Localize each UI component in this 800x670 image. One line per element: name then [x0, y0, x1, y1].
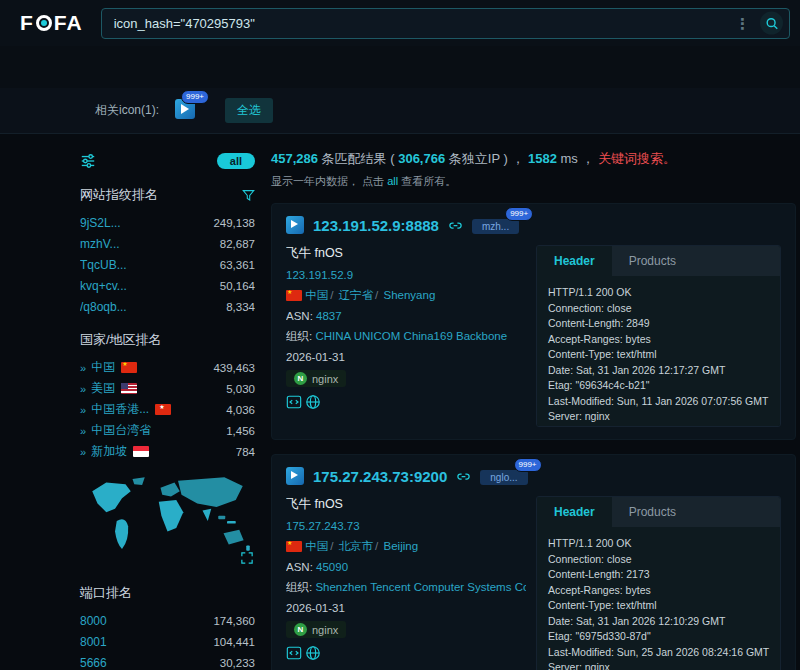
asn-link[interactable]: 45090: [316, 561, 348, 573]
geo-region[interactable]: 辽宁省: [339, 289, 374, 301]
http-header-line: Content-Type: text/html: [548, 347, 769, 363]
geo-city[interactable]: Beijing: [384, 540, 419, 552]
fingerprint-row[interactable]: /q8oqb... 8,334: [80, 296, 255, 317]
link-icon[interactable]: [456, 469, 471, 484]
geo-country[interactable]: 中国: [305, 540, 328, 552]
org-line: 组织: CHINA UNICOM China169 Backbone: [286, 329, 526, 344]
country-name[interactable]: 中国: [91, 359, 115, 376]
quick-actions: [286, 394, 526, 412]
fingerprint-row[interactable]: TqcUB... 63,361: [80, 254, 255, 275]
icon-name-badge[interactable]: nglo...: [480, 470, 527, 485]
link-icon[interactable]: [448, 218, 463, 233]
icon-name-badge[interactable]: mzh...: [472, 219, 519, 234]
port-name[interactable]: 8000: [80, 614, 107, 628]
expand-chevron-icon[interactable]: [80, 445, 91, 459]
site-favicon-icon[interactable]: [286, 467, 304, 485]
country-row[interactable]: 美国 5,030: [80, 378, 255, 399]
country-name[interactable]: 新加坡: [91, 443, 127, 460]
api-icon[interactable]: [286, 645, 302, 661]
fingerprint-row[interactable]: kvq+cv... 50,164: [80, 275, 255, 296]
tab-header[interactable]: Header: [537, 246, 612, 276]
kebab-menu-icon[interactable]: [735, 16, 750, 31]
fingerprint-row[interactable]: 9jS2L... 249,138: [80, 212, 255, 233]
fingerprint-name[interactable]: kvq+cv...: [80, 279, 127, 293]
port-name[interactable]: 5666: [80, 656, 107, 670]
http-header-line: Content-Length: 2849: [548, 316, 769, 332]
fingerprint-name[interactable]: TqcUB...: [80, 258, 127, 272]
last-update-date: 2026-01-31: [286, 602, 526, 614]
country-row[interactable]: 中国台湾省 1,456: [80, 420, 255, 441]
country-name[interactable]: 中国香港...: [91, 401, 149, 418]
org-link[interactable]: CHINA UNICOM China169 Backbone: [315, 330, 507, 342]
result-details: 飞牛 fnOS 175.27.243.73 中国 北京市 Beijing ASN…: [286, 496, 526, 670]
select-all-button[interactable]: 全选: [225, 98, 273, 123]
filter-sliders-icon[interactable]: [80, 153, 96, 169]
country-flag-icon: [155, 404, 171, 415]
tab-products[interactable]: Products: [612, 246, 693, 276]
keyword-search-link[interactable]: 关键词搜索。: [598, 151, 676, 166]
search-button[interactable]: [760, 12, 783, 35]
port-count: 104,441: [213, 636, 255, 648]
search-input[interactable]: [101, 8, 790, 39]
expand-chevron-icon[interactable]: [80, 424, 91, 438]
all-filter-pill[interactable]: all: [217, 153, 255, 169]
fingerprint-count: 50,164: [220, 280, 255, 292]
logo-text-left: F: [20, 11, 34, 35]
globe-icon[interactable]: [305, 394, 321, 410]
org-link[interactable]: Shenzhen Tencent Computer Systems Compa.…: [315, 581, 526, 593]
tab-products[interactable]: Products: [612, 497, 693, 527]
result-card: 123.191.52.9:8888 mzh... 999+ 飞牛 fnOS 12…: [271, 203, 796, 440]
top-bar: F FA: [0, 0, 800, 46]
expand-chevron-icon[interactable]: [80, 403, 91, 417]
country-list: 中国 439,463 美国 5,030 中国香港... 4,036 中国台湾省 …: [80, 357, 255, 462]
result-ip-link[interactable]: 175.27.243.73: [286, 520, 526, 532]
port-row[interactable]: 8001 104,441: [80, 631, 255, 652]
all-link[interactable]: all: [387, 175, 398, 187]
fingerprint-count: 249,138: [213, 217, 255, 229]
http-header-content: HTTP/1.1 200 OKConnection: closeContent-…: [537, 276, 780, 426]
asn-link[interactable]: 4837: [316, 310, 342, 322]
country-flag-icon: [121, 383, 137, 394]
fingerprint-name[interactable]: mzhV...: [80, 237, 120, 251]
geo-region[interactable]: 北京市: [339, 540, 374, 552]
total-count: 457,286: [271, 151, 318, 166]
search-bar: [101, 8, 790, 39]
globe-icon[interactable]: [305, 645, 321, 661]
result-ip-link[interactable]: 123.191.52.9: [286, 269, 526, 281]
port-section-title: 端口排名: [80, 584, 255, 602]
port-name[interactable]: 8001: [80, 635, 107, 649]
http-header-line: Connection: close: [548, 301, 769, 317]
geo-country[interactable]: 中国: [305, 289, 328, 301]
sidebar: all 网站指纹排名 9jS2L... 249,138 mzhV... 82,6…: [80, 150, 255, 670]
world-map[interactable]: [80, 470, 255, 570]
port-row[interactable]: 8000 174,360: [80, 610, 255, 631]
site-favicon-icon[interactable]: [286, 216, 304, 234]
quick-actions: [286, 645, 526, 663]
result-host-link[interactable]: 123.191.52.9:8888: [313, 217, 439, 234]
country-row[interactable]: 新加坡 784: [80, 441, 255, 462]
fofa-logo[interactable]: F FA: [20, 11, 83, 35]
port-row[interactable]: 5666 30,233: [80, 652, 255, 670]
expand-chevron-icon[interactable]: [80, 382, 91, 396]
result-details: 飞牛 fnOS 123.191.52.9 中国 辽宁省 Shenyang ASN…: [286, 245, 526, 427]
fingerprint-name[interactable]: /q8oqb...: [80, 300, 127, 314]
funnel-icon[interactable]: [242, 189, 255, 202]
results-stats: 457,286 条匹配结果 ( 306,766 条独立IP ) ， 1582 m…: [271, 150, 796, 168]
server-name: nginx: [312, 373, 338, 385]
country-name[interactable]: 美国: [91, 380, 115, 397]
server-badge[interactable]: N nginx: [286, 621, 346, 638]
expand-chevron-icon[interactable]: [80, 361, 91, 375]
fingerprint-count: 63,361: [220, 259, 255, 271]
country-row[interactable]: 中国香港... 4,036: [80, 399, 255, 420]
country-row[interactable]: 中国 439,463: [80, 357, 255, 378]
tab-header[interactable]: Header: [537, 497, 612, 527]
api-icon[interactable]: [286, 394, 302, 410]
map-fullscreen-icon[interactable]: [241, 550, 253, 568]
country-name[interactable]: 中国台湾省: [91, 422, 151, 439]
fingerprint-row[interactable]: mzhV... 82,687: [80, 233, 255, 254]
geo-city[interactable]: Shenyang: [384, 289, 436, 301]
geo-line: 中国 北京市 Beijing: [286, 539, 526, 554]
fingerprint-name[interactable]: 9jS2L...: [80, 216, 121, 230]
result-host-link[interactable]: 175.27.243.73:9200: [313, 468, 447, 485]
server-badge[interactable]: N nginx: [286, 370, 346, 387]
